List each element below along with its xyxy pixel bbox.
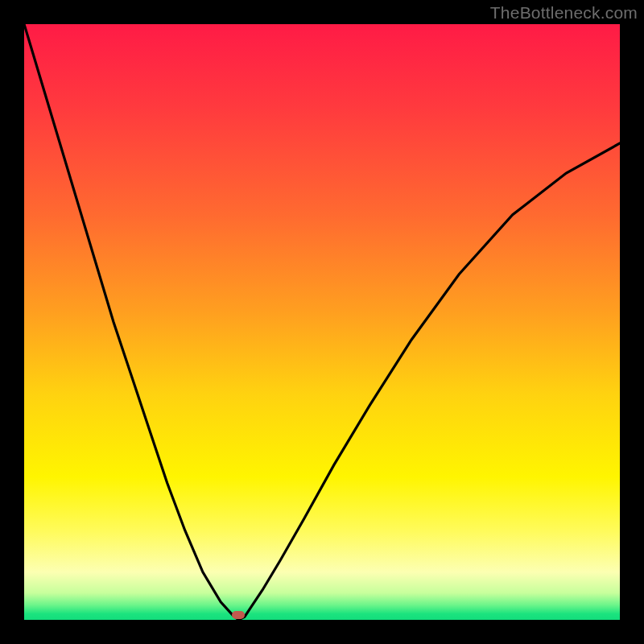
chart-frame: TheBottleneck.com: [0, 0, 644, 644]
watermark-text: TheBottleneck.com: [490, 3, 638, 23]
plot-area: [24, 24, 620, 620]
optimal-point-marker: [232, 611, 245, 619]
bottleneck-curve: [24, 24, 620, 620]
